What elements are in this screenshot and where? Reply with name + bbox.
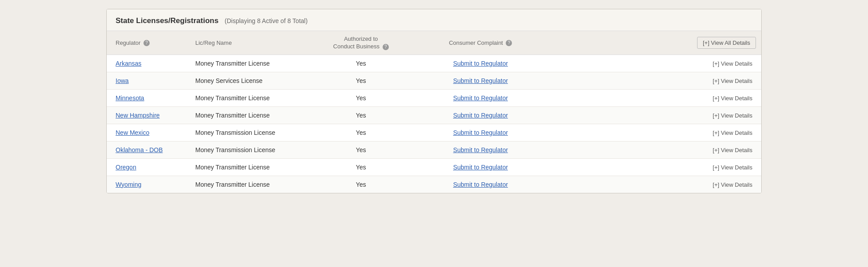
cell-authorized: Yes xyxy=(310,124,408,141)
cell-lic-name: Money Services License xyxy=(186,72,310,89)
table-row: Arkansas Money Transmitter License Yes S… xyxy=(107,55,761,72)
cell-lic-name: Money Transmitter License xyxy=(186,176,310,193)
col-lic-reg-name: Lic/Reg Name xyxy=(186,31,310,55)
cell-lic-name: Money Transmitter License xyxy=(186,158,310,176)
cell-complaint: Submit to Regulator xyxy=(408,72,550,89)
cell-lic-name: Money Transmission License xyxy=(186,141,310,158)
view-details-link[interactable]: [+] View Details xyxy=(713,181,752,188)
submit-complaint-link[interactable]: Submit to Regulator xyxy=(453,164,508,171)
cell-authorized: Yes xyxy=(310,55,408,72)
table-row: New Hampshire Money Transmitter License … xyxy=(107,106,761,124)
table-row: Iowa Money Services License Yes Submit t… xyxy=(107,72,761,89)
col-authorized: Authorized to Conduct Business ? xyxy=(310,31,408,55)
state-link[interactable]: New Mexico xyxy=(116,129,149,136)
state-link[interactable]: Oklahoma - DOB xyxy=(116,146,163,153)
regulator-help-icon[interactable]: ? xyxy=(143,40,150,46)
authorized-help-icon[interactable]: ? xyxy=(383,44,389,50)
col-consumer-complaint: Consumer Complaint ? xyxy=(408,31,550,55)
cell-view-details: [+] View Details xyxy=(550,106,761,124)
cell-complaint: Submit to Regulator xyxy=(408,141,550,158)
cell-authorized: Yes xyxy=(310,106,408,124)
cell-complaint: Submit to Regulator xyxy=(408,106,550,124)
submit-complaint-link[interactable]: Submit to Regulator xyxy=(453,60,508,67)
panel-header: State Licenses/Registrations (Displaying… xyxy=(107,9,761,31)
cell-complaint: Submit to Regulator xyxy=(408,176,550,193)
panel-subtitle: (Displaying 8 Active of 8 Total) xyxy=(225,17,307,24)
state-link[interactable]: Minnesota xyxy=(116,94,144,102)
table-row: Wyoming Money Transmitter License Yes Su… xyxy=(107,176,761,193)
table-row: Oklahoma - DOB Money Transmission Licens… xyxy=(107,141,761,158)
cell-state: Arkansas xyxy=(107,55,186,72)
consumer-complaint-help-icon[interactable]: ? xyxy=(506,40,512,46)
panel-title: State Licenses/Registrations xyxy=(116,16,218,25)
cell-authorized: Yes xyxy=(310,141,408,158)
cell-lic-name: Money Transmitter License xyxy=(186,55,310,72)
cell-view-details: [+] View Details xyxy=(550,158,761,176)
view-details-link[interactable]: [+] View Details xyxy=(713,164,752,171)
cell-state: Wyoming xyxy=(107,176,186,193)
cell-state: New Mexico xyxy=(107,124,186,141)
cell-state: New Hampshire xyxy=(107,106,186,124)
state-link[interactable]: New Hampshire xyxy=(116,112,160,119)
state-link[interactable]: Oregon xyxy=(116,164,136,171)
cell-state: Oregon xyxy=(107,158,186,176)
cell-authorized: Yes xyxy=(310,72,408,89)
state-link[interactable]: Wyoming xyxy=(116,181,141,188)
state-link[interactable]: Iowa xyxy=(116,77,129,84)
table-row: Minnesota Money Transmitter License Yes … xyxy=(107,89,761,106)
cell-view-details: [+] View Details xyxy=(550,124,761,141)
cell-lic-name: Money Transmission License xyxy=(186,124,310,141)
main-panel: State Licenses/Registrations (Displaying… xyxy=(106,9,762,193)
view-details-link[interactable]: [+] View Details xyxy=(713,130,752,136)
cell-state: Oklahoma - DOB xyxy=(107,141,186,158)
cell-view-details: [+] View Details xyxy=(550,72,761,89)
table-body: Arkansas Money Transmitter License Yes S… xyxy=(107,55,761,193)
cell-complaint: Submit to Regulator xyxy=(408,158,550,176)
cell-state: Minnesota xyxy=(107,89,186,106)
submit-complaint-link[interactable]: Submit to Regulator xyxy=(453,181,508,188)
view-details-link[interactable]: [+] View Details xyxy=(713,95,752,102)
cell-state: Iowa xyxy=(107,72,186,89)
view-all-details-button[interactable]: [+] View All Details xyxy=(697,37,756,49)
cell-lic-name: Money Transmitter License xyxy=(186,89,310,106)
submit-complaint-link[interactable]: Submit to Regulator xyxy=(453,112,508,119)
state-link[interactable]: Arkansas xyxy=(116,60,141,67)
table-row: Oregon Money Transmitter License Yes Sub… xyxy=(107,158,761,176)
submit-complaint-link[interactable]: Submit to Regulator xyxy=(453,129,508,136)
col-view-all: [+] View All Details xyxy=(550,31,761,55)
table-header-row: Regulator ? Lic/Reg Name Authorized to C… xyxy=(107,31,761,55)
cell-authorized: Yes xyxy=(310,89,408,106)
cell-complaint: Submit to Regulator xyxy=(408,89,550,106)
col-regulator: Regulator ? xyxy=(107,31,186,55)
submit-complaint-link[interactable]: Submit to Regulator xyxy=(453,146,508,153)
view-details-link[interactable]: [+] View Details xyxy=(713,112,752,119)
cell-complaint: Submit to Regulator xyxy=(408,124,550,141)
view-details-link[interactable]: [+] View Details xyxy=(713,60,752,67)
cell-complaint: Submit to Regulator xyxy=(408,55,550,72)
submit-complaint-link[interactable]: Submit to Regulator xyxy=(453,94,508,102)
cell-authorized: Yes xyxy=(310,158,408,176)
cell-view-details: [+] View Details xyxy=(550,89,761,106)
cell-lic-name: Money Transmitter License xyxy=(186,106,310,124)
cell-view-details: [+] View Details xyxy=(550,55,761,72)
cell-view-details: [+] View Details xyxy=(550,141,761,158)
licenses-table: Regulator ? Lic/Reg Name Authorized to C… xyxy=(107,31,761,193)
view-details-link[interactable]: [+] View Details xyxy=(713,78,752,84)
submit-complaint-link[interactable]: Submit to Regulator xyxy=(453,77,508,84)
cell-authorized: Yes xyxy=(310,176,408,193)
table-row: New Mexico Money Transmission License Ye… xyxy=(107,124,761,141)
cell-view-details: [+] View Details xyxy=(550,176,761,193)
view-details-link[interactable]: [+] View Details xyxy=(713,147,752,153)
